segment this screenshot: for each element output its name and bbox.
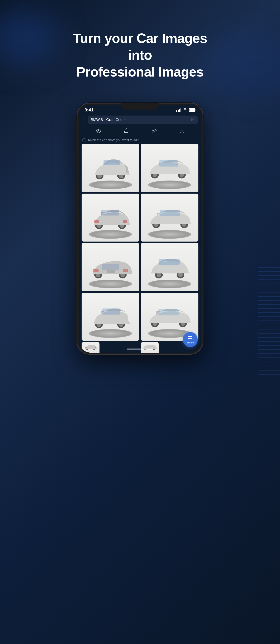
car-cell-10[interactable] [141, 342, 159, 352]
svg-rect-60 [190, 338, 192, 339]
headline-line1: Turn your Car Images into [73, 31, 207, 62]
car-cell-7[interactable] [82, 293, 139, 341]
svg-rect-29 [93, 269, 98, 272]
svg-rect-36 [159, 259, 180, 265]
svg-rect-59 [188, 338, 190, 339]
car-image-7 [87, 304, 134, 330]
settings-button[interactable] [152, 128, 157, 134]
car-image-4 [145, 204, 194, 231]
svg-rect-17 [94, 220, 99, 223]
edit-icon[interactable] [191, 118, 195, 122]
car-image-2 [145, 155, 194, 182]
car-cell-4[interactable] [141, 194, 198, 242]
info-text: Touch the car photo you want to edit. [88, 138, 140, 142]
headline: Turn your Car Images into Professional I… [56, 30, 224, 80]
car-image-10 [142, 342, 158, 352]
mute-button [76, 137, 77, 146]
svg-rect-28 [102, 264, 119, 270]
share-button[interactable] [124, 128, 128, 134]
svg-rect-30 [123, 269, 128, 272]
svg-rect-46 [158, 309, 179, 315]
svg-rect-41 [102, 308, 120, 314]
car-image-8 [145, 304, 194, 330]
svg-rect-6 [104, 160, 120, 165]
power-button [203, 144, 204, 159]
svg-rect-52 [95, 347, 96, 348]
info-bar: i Touch the car photo you want to edit. [78, 137, 202, 144]
theme-fab[interactable]: Theme [183, 332, 198, 347]
svg-point-1 [154, 130, 155, 132]
car-image-3 [87, 204, 134, 231]
svg-rect-11 [159, 160, 178, 167]
car-cell-1[interactable] [82, 144, 139, 192]
car-image-9 [84, 342, 98, 352]
car-image-5 [87, 254, 134, 280]
battery-icon [189, 108, 196, 112]
volume-down-button [76, 170, 77, 185]
phone-screen: 9:41 ‹ BMW 8 - Gran Coupe [78, 105, 202, 352]
svg-rect-58 [190, 336, 192, 337]
svg-point-0 [98, 130, 99, 132]
info-icon: i [82, 138, 86, 142]
svg-rect-16 [101, 210, 119, 216]
home-indicator [127, 348, 153, 350]
theme-fab-icon [188, 335, 192, 341]
volume-up-button [76, 152, 77, 167]
headline-line2: Professional Images [76, 64, 204, 79]
car-cell-6[interactable] [141, 243, 198, 291]
back-button[interactable]: ‹ [82, 116, 86, 124]
car-image-1 [87, 155, 134, 182]
title-bar: BMW 8 - Gran Coupe [88, 116, 198, 124]
status-icons [176, 108, 196, 112]
signal-icon [176, 108, 181, 112]
car-grid [78, 144, 202, 352]
preview-button[interactable] [96, 128, 101, 134]
car-cell-3[interactable] [82, 194, 139, 242]
toolbar [78, 126, 202, 137]
app-header: ‹ BMW 8 - Gran Coupe [78, 114, 202, 126]
svg-rect-51 [85, 347, 87, 348]
wifi-icon [183, 108, 187, 112]
status-time: 9:41 [84, 107, 94, 112]
download-button[interactable] [180, 128, 184, 134]
phone-frame: 9:41 ‹ BMW 8 - Gran Coupe [76, 103, 204, 355]
car-cell-9[interactable] [82, 342, 100, 352]
svg-rect-31 [106, 270, 115, 273]
svg-rect-57 [188, 336, 190, 337]
car-image-6 [146, 254, 193, 280]
car-cell-5[interactable] [82, 243, 139, 291]
car-cell-2[interactable] [141, 144, 198, 192]
phone-notch [121, 103, 159, 110]
page-title: BMW 8 - Gran Coupe [91, 118, 126, 122]
theme-fab-label: Theme [187, 342, 194, 344]
svg-rect-18 [123, 220, 127, 223]
svg-rect-23 [160, 210, 180, 216]
